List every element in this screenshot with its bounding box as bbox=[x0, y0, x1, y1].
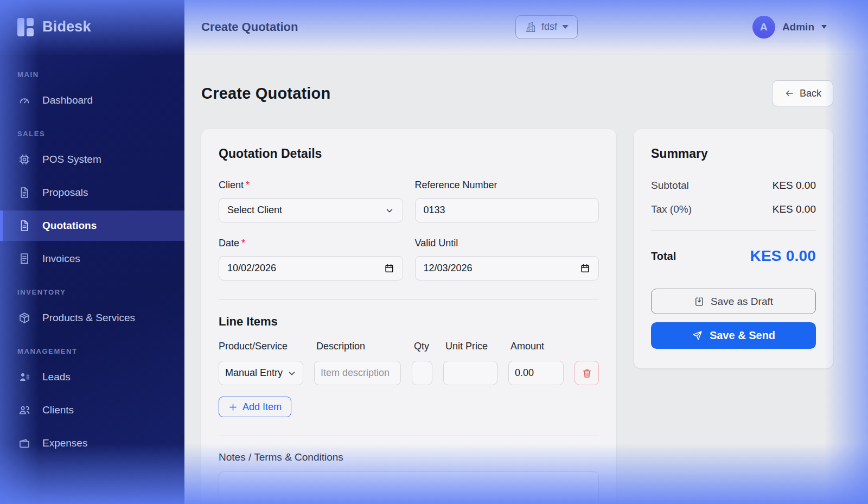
sidebar-item-label: Expenses bbox=[42, 437, 87, 449]
person-list-icon bbox=[17, 370, 31, 384]
sidebar-item-quotations[interactable]: Quotations bbox=[0, 210, 184, 241]
column-header: Unit Price bbox=[445, 341, 500, 352]
line-items-header-row: Product/Service Description Qty Unit Pri… bbox=[219, 341, 599, 361]
save-icon bbox=[694, 296, 705, 307]
add-item-button[interactable]: Add Item bbox=[219, 397, 291, 417]
subtotal-row: Subtotal KES 0.00 bbox=[651, 180, 816, 192]
save-as-draft-label: Save as Draft bbox=[711, 296, 773, 308]
summary-card: Summary Subtotal KES 0.00 Tax (0%) KES 0… bbox=[634, 129, 833, 368]
summary-heading: Summary bbox=[651, 146, 816, 161]
page-head: Create Quotation Back bbox=[201, 80, 833, 106]
brand-name: Bidesk bbox=[42, 18, 91, 35]
reference-label: Reference Number bbox=[415, 180, 599, 191]
nav-section-management: MANAGEMENT bbox=[0, 347, 184, 355]
save-and-send-button[interactable]: Save & Send bbox=[651, 322, 816, 349]
bidesk-blocks-icon bbox=[17, 18, 34, 36]
building-icon bbox=[525, 21, 537, 33]
people-icon bbox=[17, 403, 31, 417]
valid-until-input[interactable]: 12/03/2026 bbox=[415, 256, 599, 280]
divider bbox=[219, 299, 599, 299]
calendar-icon bbox=[580, 263, 590, 273]
sidebar-item-label: Leads bbox=[42, 371, 71, 383]
date-input[interactable]: 10/02/2026 bbox=[219, 256, 403, 280]
product-select[interactable]: Manual Entry bbox=[219, 361, 303, 385]
nav-section-sales: SALES bbox=[0, 130, 184, 138]
total-row: Total KES 0.00 bbox=[651, 247, 816, 265]
nav-section-inventory: INVENTORY bbox=[0, 288, 184, 296]
send-icon bbox=[692, 330, 703, 341]
valid-until-label: Valid Until bbox=[415, 238, 599, 249]
quotation-form-card: Quotation Details Client* Select Client … bbox=[201, 129, 616, 504]
subtotal-label: Subtotal bbox=[651, 180, 689, 192]
sidebar-item-pos-system[interactable]: POS System bbox=[0, 144, 184, 175]
sidebar-item-clients[interactable]: Clients bbox=[0, 395, 184, 425]
sidebar-item-dashboard[interactable]: Dashboard bbox=[0, 85, 184, 116]
sidebar-item-leads[interactable]: Leads bbox=[0, 362, 184, 392]
page-content: Create Quotation Back Quotation Details bbox=[184, 54, 868, 504]
arrow-left-icon bbox=[784, 88, 795, 99]
amount-input[interactable] bbox=[508, 361, 564, 385]
total-value: KES 0.00 bbox=[750, 247, 816, 265]
back-button-label: Back bbox=[800, 88, 821, 99]
chevron-down-icon bbox=[821, 25, 827, 29]
header-title: Create Quotation bbox=[201, 20, 298, 34]
chevron-down-icon bbox=[287, 368, 297, 378]
top-header: Create Quotation fdsf A Admin bbox=[184, 0, 868, 54]
client-label: Client* bbox=[219, 180, 403, 191]
document-icon bbox=[17, 186, 31, 200]
sidebar-item-proposals[interactable]: Proposals bbox=[0, 177, 184, 208]
sidebar-item-expenses[interactable]: Expenses bbox=[0, 428, 184, 458]
description-input[interactable] bbox=[314, 361, 401, 385]
add-item-label: Add Item bbox=[242, 401, 282, 413]
column-header: Qty bbox=[414, 341, 435, 352]
required-asterisk: * bbox=[241, 238, 245, 248]
save-and-send-label: Save & Send bbox=[710, 329, 775, 342]
plus-icon bbox=[228, 403, 238, 412]
sidebar-item-products-services[interactable]: Products & Services bbox=[0, 303, 184, 333]
main-area: Create Quotation fdsf A Admin Create bbox=[184, 0, 868, 504]
save-as-draft-button[interactable]: Save as Draft bbox=[651, 289, 816, 314]
notes-textarea[interactable] bbox=[219, 471, 599, 504]
sidebar: Bidesk MAIN Dashboard SALES bbox=[0, 0, 184, 504]
org-switcher-label: fdsf bbox=[541, 21, 557, 33]
client-select[interactable]: Select Client bbox=[219, 198, 403, 222]
sidebar-item-label: Clients bbox=[42, 404, 74, 416]
date-field: Date* 10/02/2026 bbox=[219, 238, 403, 280]
back-button[interactable]: Back bbox=[772, 80, 833, 106]
sidebar-item-label: Invoices bbox=[42, 253, 80, 265]
divider bbox=[651, 231, 816, 231]
nav-section-main: MAIN bbox=[0, 71, 184, 79]
package-icon bbox=[17, 311, 31, 325]
sidebar-item-label: Products & Services bbox=[42, 312, 135, 324]
notes-label: Notes / Terms & Conditions bbox=[219, 451, 599, 463]
chevron-down-icon bbox=[562, 25, 569, 29]
column-header: Description bbox=[316, 341, 403, 352]
receipt-icon bbox=[17, 252, 31, 266]
required-asterisk: * bbox=[246, 180, 250, 190]
unit-price-input[interactable] bbox=[443, 361, 497, 385]
reference-field: Reference Number bbox=[415, 180, 599, 222]
user-name: Admin bbox=[782, 21, 814, 33]
app-root: Bidesk MAIN Dashboard SALES bbox=[0, 0, 868, 504]
sidebar-item-label: Proposals bbox=[42, 187, 88, 199]
sidebar-item-label: Dashboard bbox=[42, 94, 93, 106]
reference-input[interactable] bbox=[415, 198, 599, 222]
sidebar-nav: MAIN Dashboard SALES bbox=[0, 54, 184, 461]
gauge-icon bbox=[17, 93, 31, 107]
line-item-row: Manual Entry bbox=[219, 361, 599, 385]
qty-input[interactable] bbox=[412, 361, 432, 385]
user-menu[interactable]: A Admin bbox=[745, 11, 833, 43]
subtotal-value: KES 0.00 bbox=[773, 180, 816, 192]
quotation-details-heading: Quotation Details bbox=[219, 146, 599, 161]
tax-row: Tax (0%) KES 0.00 bbox=[651, 203, 816, 215]
total-label: Total bbox=[651, 250, 676, 263]
sidebar-item-label: Quotations bbox=[42, 220, 97, 232]
delete-line-item-button[interactable] bbox=[575, 361, 599, 385]
wallet-icon bbox=[17, 436, 31, 450]
document-icon bbox=[17, 219, 31, 233]
org-switcher-button[interactable]: fdsf bbox=[515, 15, 578, 39]
sidebar-item-invoices[interactable]: Invoices bbox=[0, 244, 184, 274]
tax-value: KES 0.00 bbox=[773, 203, 816, 215]
column-header: Amount bbox=[510, 341, 566, 352]
column-header: Product/Service bbox=[219, 341, 305, 352]
